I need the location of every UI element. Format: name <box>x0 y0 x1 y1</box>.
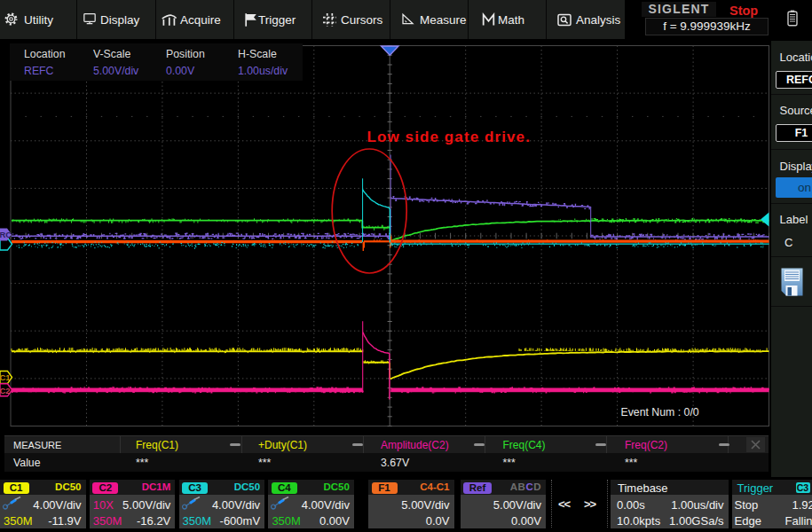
svg-text:RC: RC <box>0 230 12 239</box>
svg-text:C2: C2 <box>0 386 11 395</box>
svg-text:C1: C1 <box>0 372 11 382</box>
svg-text:Low side gate drive.: Low side gate drive. <box>367 129 532 145</box>
svg-text:Event Num : 0/0: Event Num : 0/0 <box>621 406 699 419</box>
